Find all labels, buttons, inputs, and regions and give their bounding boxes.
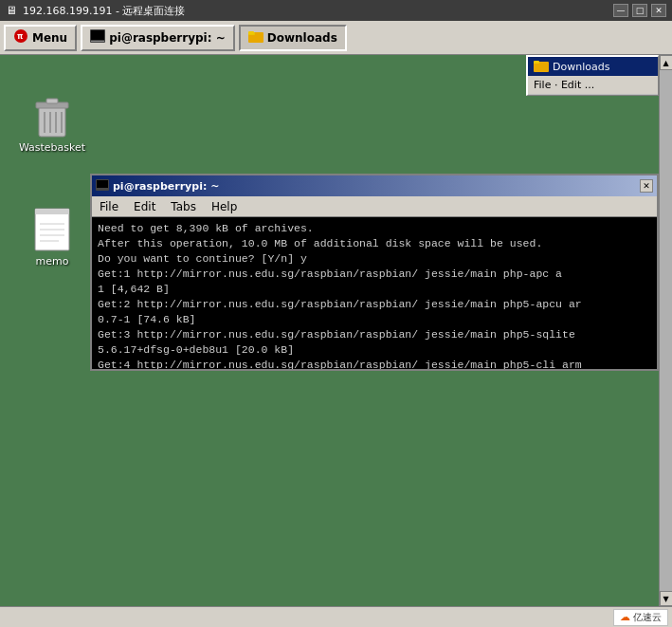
scroll-up-arrow[interactable]: ▲	[660, 55, 673, 70]
terminal-menu-tabs[interactable]: Tabs	[167, 198, 200, 215]
svg-rect-7	[248, 31, 254, 34]
terminal-title-left: pi@raspberrypi: ~	[96, 179, 219, 194]
terminal-line-9: Get:4 http://mirror.nus.edu.sg/raspbian/…	[98, 358, 651, 369]
downloads-popup-item-text: File · Edit ...	[534, 79, 594, 91]
terminal-taskbar-label: pi@raspberrypi: ~	[109, 31, 226, 45]
svg-rect-16	[35, 209, 69, 214]
downloads-taskbar-button[interactable]: Downloads	[239, 25, 347, 51]
svg-rect-3	[91, 30, 104, 40]
terminal-line-7: Get:3 http://mirror.nus.edu.sg/raspbian/…	[98, 327, 651, 342]
terminal-menu-help[interactable]: Help	[208, 198, 241, 215]
raspberry-icon: π	[13, 28, 28, 46]
terminal-menu-edit[interactable]: Edit	[130, 198, 159, 215]
scroll-down-arrow[interactable]: ▼	[660, 591, 673, 606]
close-button[interactable]: ✕	[651, 4, 666, 17]
svg-rect-4	[91, 41, 104, 42]
terminal-line-5: Get:2 http://mirror.nus.edu.sg/raspbian/…	[98, 297, 651, 312]
terminal-window: pi@raspberrypi: ~ ✕ File Edit Tabs Help …	[90, 174, 659, 371]
terminal-content: Need to get 8,390 kB of archives. After …	[92, 217, 657, 369]
terminal-menu-bar: File Edit Tabs Help	[92, 196, 657, 217]
yiyun-badge: ☁ 亿速云	[613, 609, 668, 626]
terminal-line-8: 5.6.17+dfsg-0+deb8u1 [20.0 kB]	[98, 342, 651, 358]
taskbar: π Menu pi@raspberrypi: ~ Downloads	[0, 21, 672, 55]
terminal-line-1: After this operation, 10.0 MB of additio…	[98, 236, 651, 251]
terminal-line-6: 0.7-1 [74.6 kB]	[98, 312, 651, 327]
wastebasket-label: Wastebasket	[16, 140, 88, 155]
yiyun-label: 亿速云	[633, 611, 662, 624]
window-title: 192.168.199.191 - 远程桌面连接	[23, 4, 185, 18]
terminal-title-icon	[96, 179, 109, 194]
downloads-popup-title-text: Downloads	[553, 61, 609, 73]
downloads-popup-title: Downloads	[528, 57, 658, 76]
svg-rect-24	[97, 180, 108, 188]
folder-taskbar-icon	[248, 29, 263, 46]
memo-icon	[29, 207, 75, 252]
title-bar-left: 🖥 192.168.199.191 - 远程桌面连接	[6, 4, 185, 18]
terminal-taskbar-button[interactable]: pi@raspberrypi: ~	[81, 25, 235, 51]
menu-label: Menu	[32, 31, 67, 45]
memo-label: memo	[33, 254, 72, 268]
desktop: Wastebasket memo Downloads	[0, 55, 672, 606]
title-controls[interactable]: — □ ✕	[613, 4, 666, 17]
scroll-track	[660, 70, 673, 591]
downloads-popup-item[interactable]: File · Edit ...	[528, 76, 658, 95]
desktop-icon-memo[interactable]: memo	[19, 207, 85, 268]
terminal-title-text: pi@raspberrypi: ~	[113, 180, 219, 193]
terminal-icon	[90, 29, 105, 46]
downloads-popup-folder-icon	[534, 59, 549, 75]
svg-rect-10	[46, 99, 58, 103]
svg-text:π: π	[17, 32, 23, 41]
terminal-line-4: 1 [4,642 B]	[98, 282, 651, 297]
desktop-icon-wastebasket[interactable]: Wastebasket	[19, 93, 85, 155]
terminal-menu-file[interactable]: File	[96, 198, 122, 215]
title-icon: 🖥	[6, 4, 17, 17]
title-bar: 🖥 192.168.199.191 - 远程桌面连接 — □ ✕	[0, 0, 672, 21]
terminal-line-3: Get:1 http://mirror.nus.edu.sg/raspbian/…	[98, 267, 651, 282]
minimize-button[interactable]: —	[613, 4, 628, 17]
terminal-line-2: Do you want to continue? [Y/n] y	[98, 251, 651, 267]
wastebasket-icon	[29, 93, 75, 138]
downloads-taskbar-label: Downloads	[267, 31, 337, 45]
terminal-line-0: Need to get 8,390 kB of archives.	[98, 221, 651, 236]
terminal-title-bar: pi@raspberrypi: ~ ✕	[92, 175, 657, 196]
maximize-button[interactable]: □	[632, 4, 647, 17]
bottom-bar: ☁ 亿速云	[0, 606, 672, 627]
menu-button[interactable]: π Menu	[4, 25, 77, 51]
terminal-close-button[interactable]: ✕	[640, 179, 653, 193]
svg-rect-22	[534, 61, 539, 64]
downloads-popup: Downloads File · Edit ...	[526, 55, 659, 96]
desktop-scrollbar[interactable]: ▲ ▼	[659, 55, 672, 606]
yiyun-logo: ☁	[620, 611, 630, 623]
